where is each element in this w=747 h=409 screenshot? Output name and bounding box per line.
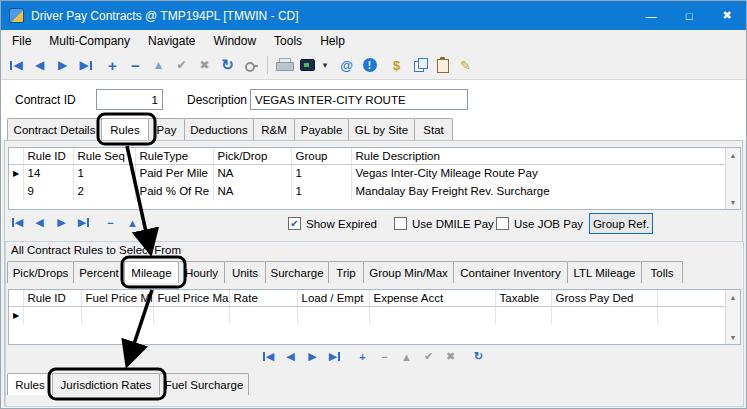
key-icon-shape xyxy=(243,57,259,73)
next-record-icon[interactable]: ▶ xyxy=(303,348,322,365)
main-tab-strip: Contract Details Rules Pay Deductions R&… xyxy=(7,118,452,140)
print-icon[interactable] xyxy=(274,55,295,76)
minimize-button[interactable]: — xyxy=(632,1,670,30)
key-icon[interactable] xyxy=(240,55,261,76)
group-ref-button[interactable]: Group Ref. xyxy=(589,213,653,234)
toolbar: ◀ ◀ ▶ ▶ + − ▲ ✔ ✖ ↻ ▾ @ ! $ ✎ xyxy=(1,51,746,80)
add-record-icon[interactable]: + xyxy=(353,348,372,365)
tab-trip[interactable]: Trip xyxy=(328,261,364,283)
use-job-pay-checkbox[interactable] xyxy=(496,217,509,230)
grid-vertical-scrollbar[interactable]: ▲ ▼ xyxy=(725,148,740,209)
table-row[interactable]: ▶ xyxy=(9,306,726,324)
tab-surcharge[interactable]: Surcharge xyxy=(265,261,329,283)
tab-percent[interactable]: Percent xyxy=(73,261,125,283)
table-row[interactable]: 9 2 Paid % Of Re NA 1 Mandalay Bay Freig… xyxy=(9,182,726,200)
tab-stat[interactable]: Stat xyxy=(414,118,453,140)
info-icon[interactable]: ! xyxy=(359,55,380,76)
save-record-icon[interactable]: ✔ xyxy=(171,55,192,76)
column-header-fuel-price-max: Fuel Price Max xyxy=(153,290,229,306)
prev-record-icon[interactable]: ◀ xyxy=(30,214,49,231)
tab-ltl-mileage[interactable]: LTL Mileage xyxy=(567,261,642,283)
menu-window[interactable]: Window xyxy=(204,32,265,50)
cell-gross-pay-ded xyxy=(551,306,657,324)
first-record-icon[interactable]: ◀ xyxy=(259,348,278,365)
next-record-icon[interactable]: ▶ xyxy=(52,214,71,231)
cell-rule-description: Mandalay Bay Freight Rev. Surcharge xyxy=(351,182,726,200)
prev-record-icon[interactable]: ◀ xyxy=(281,348,300,365)
delete-record-icon[interactable]: − xyxy=(375,348,394,365)
selector-column-header xyxy=(9,148,23,164)
tab-container-inventory[interactable]: Container Inventory xyxy=(453,261,568,283)
tab-rules-bottom[interactable]: Rules xyxy=(7,373,53,395)
tab-fuel-surcharge[interactable]: Fuel Surcharge xyxy=(159,373,249,395)
scroll-up-icon[interactable]: ▲ xyxy=(727,148,740,162)
tab-deductions[interactable]: Deductions xyxy=(184,118,254,140)
close-button[interactable]: ✖ xyxy=(708,1,746,30)
edit-icon[interactable]: ✎ xyxy=(455,55,476,76)
funds-icon[interactable]: $ xyxy=(386,55,407,76)
tab-payable[interactable]: Payable xyxy=(294,118,349,140)
refresh-icon[interactable]: ↻ xyxy=(469,348,488,365)
column-header-filler xyxy=(657,290,726,306)
scroll-down-icon[interactable]: ▼ xyxy=(727,195,740,209)
last-record-icon[interactable]: ▶ xyxy=(75,55,96,76)
paste-icon[interactable] xyxy=(432,55,453,76)
next-record-icon[interactable]: ▶ xyxy=(52,55,73,76)
app-window: { "colors": { "titlebar_bg": "#0d7ad5", … xyxy=(0,0,747,409)
cell-fuel-price-max xyxy=(153,306,229,324)
tab-pay[interactable]: Pay xyxy=(148,118,185,140)
expand-record-icon[interactable]: ▲ xyxy=(397,348,416,365)
tab-rm[interactable]: R&M xyxy=(253,118,295,140)
refresh-icon[interactable]: ↻ xyxy=(217,55,238,76)
tab-contract-details[interactable]: Contract Details xyxy=(7,118,102,140)
copy-icon[interactable] xyxy=(409,55,430,76)
select-rules-section-title: All Contract Rules to Select From xyxy=(11,244,181,256)
tab-group-min-max[interactable]: Group Min/Max xyxy=(363,261,454,283)
show-expired-checkbox[interactable]: ✔ xyxy=(288,217,301,230)
first-record-icon[interactable]: ◀ xyxy=(6,55,27,76)
contract-id-input[interactable] xyxy=(96,89,163,110)
cancel-edit-icon[interactable]: ✖ xyxy=(194,55,215,76)
delete-record-icon[interactable]: − xyxy=(125,55,146,76)
tab-pick-drops[interactable]: Pick/Drops xyxy=(7,261,74,283)
add-record-icon[interactable]: + xyxy=(102,55,123,76)
cell-pick-drop: NA xyxy=(213,182,291,200)
menu-multi-company[interactable]: Multi-Company xyxy=(40,32,139,50)
menu-navigate[interactable]: Navigate xyxy=(139,32,204,50)
last-record-icon[interactable]: ▶ xyxy=(325,348,344,365)
screen-icon[interactable] xyxy=(297,55,318,76)
grid-header-row: Rule ID Fuel Price Mi Fuel Price Max Rat… xyxy=(9,290,726,306)
screen-dropdown-icon[interactable]: ▾ xyxy=(320,55,330,76)
cell-rule-seq: 1 xyxy=(73,164,135,182)
grid-vertical-scrollbar[interactable]: ▲ ▼ xyxy=(725,290,740,344)
last-record-icon[interactable]: ▶ xyxy=(74,214,93,231)
menu-help[interactable]: Help xyxy=(311,32,354,50)
web-icon[interactable]: @ xyxy=(336,55,357,76)
expand-record-icon[interactable]: ▲ xyxy=(123,214,142,231)
delete-record-icon[interactable]: − xyxy=(101,214,120,231)
table-row[interactable]: ▶ 14 1 Paid Per Mile NA 1 Vegas Inter-Ci… xyxy=(9,164,726,182)
prev-record-icon[interactable]: ◀ xyxy=(29,55,50,76)
use-dmile-pay-group: Use DMILE Pay xyxy=(394,217,494,230)
tab-hourly[interactable]: Hourly xyxy=(178,261,225,283)
tab-tolls[interactable]: Tolls xyxy=(641,261,683,283)
description-input[interactable] xyxy=(250,89,468,110)
tab-units[interactable]: Units xyxy=(224,261,266,283)
app-icon xyxy=(9,8,24,23)
first-record-icon[interactable]: ◀ xyxy=(8,214,27,231)
use-dmile-pay-checkbox[interactable] xyxy=(394,217,407,230)
save-record-icon[interactable]: ✔ xyxy=(419,348,438,365)
menu-tools[interactable]: Tools xyxy=(265,32,311,50)
menu-file[interactable]: File xyxy=(3,32,40,50)
column-header-fuel-price-min: Fuel Price Mi xyxy=(81,290,153,306)
scroll-down-icon[interactable]: ▼ xyxy=(727,330,740,344)
tab-rules[interactable]: Rules xyxy=(101,118,149,140)
cancel-edit-icon[interactable]: ✖ xyxy=(441,348,460,365)
selector-cell xyxy=(9,182,23,200)
tab-mileage[interactable]: Mileage xyxy=(124,261,179,283)
maximize-button[interactable]: □ xyxy=(670,1,708,30)
expand-record-icon[interactable]: ▲ xyxy=(148,55,169,76)
tab-jurisdiction-rates[interactable]: Jurisdiction Rates xyxy=(52,373,160,395)
tab-gl-by-site[interactable]: GL by Site xyxy=(348,118,415,140)
scroll-up-icon[interactable]: ▲ xyxy=(727,290,740,304)
